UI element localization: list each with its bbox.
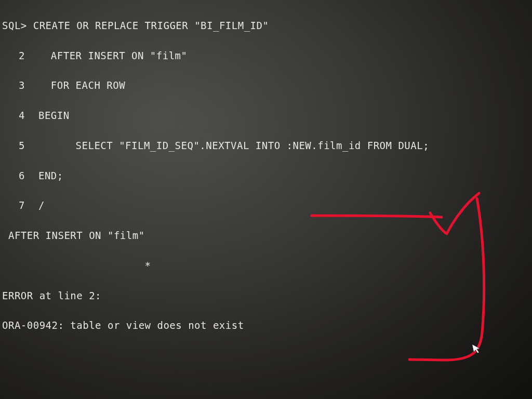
- line-number: 7: [2, 198, 32, 213]
- error-message: ORA-00942: table or view does not exist: [2, 318, 530, 333]
- sql-echo: AFTER INSERT ON "film": [2, 228, 530, 243]
- sql-code: BEGIN: [38, 110, 70, 121]
- sql-line: 5 SELECT "FILM_ID_SEQ".NEXTVAL INTO :NEW…: [2, 138, 530, 153]
- sql-echo-text: AFTER INSERT ON "film": [8, 230, 145, 241]
- sql-line: 3 FOR EACH ROW: [2, 78, 530, 93]
- error-star: *: [145, 260, 151, 271]
- error-at-line: ERROR at line 2:: [2, 288, 530, 303]
- sql-code: SELECT "FILM_ID_SEQ".NEXTVAL INTO :NEW.f…: [76, 140, 430, 151]
- sql-line: 2 AFTER INSERT ON "film": [2, 48, 530, 63]
- blank-line: [2, 348, 530, 363]
- sql-code: CREATE OR REPLACE TRIGGER "BI_FILM_ID": [33, 20, 269, 31]
- error-marker-line: *: [2, 258, 530, 273]
- sqlplus-terminal[interactable]: SQL> CREATE OR REPLACE TRIGGER "BI_FILM_…: [0, 0, 532, 399]
- sql-line: SQL> CREATE OR REPLACE TRIGGER "BI_FILM_…: [2, 18, 530, 33]
- sql-line: 6 END;: [2, 168, 530, 183]
- sql-code: /: [38, 200, 45, 211]
- sql-code: AFTER INSERT ON "film": [51, 50, 188, 61]
- sql-line: 4 BEGIN: [2, 108, 530, 123]
- line-number: 4: [2, 108, 32, 123]
- blank-line: [2, 378, 530, 393]
- sql-code: END;: [38, 170, 63, 181]
- line-number: 2: [2, 48, 32, 63]
- sql-line: 7 /: [2, 198, 530, 213]
- line-number: 6: [2, 168, 32, 183]
- sql-prompt: SQL>: [2, 20, 27, 31]
- line-number: 3: [2, 78, 32, 93]
- sql-code: FOR EACH ROW: [51, 79, 125, 91]
- line-number: 5: [2, 138, 32, 153]
